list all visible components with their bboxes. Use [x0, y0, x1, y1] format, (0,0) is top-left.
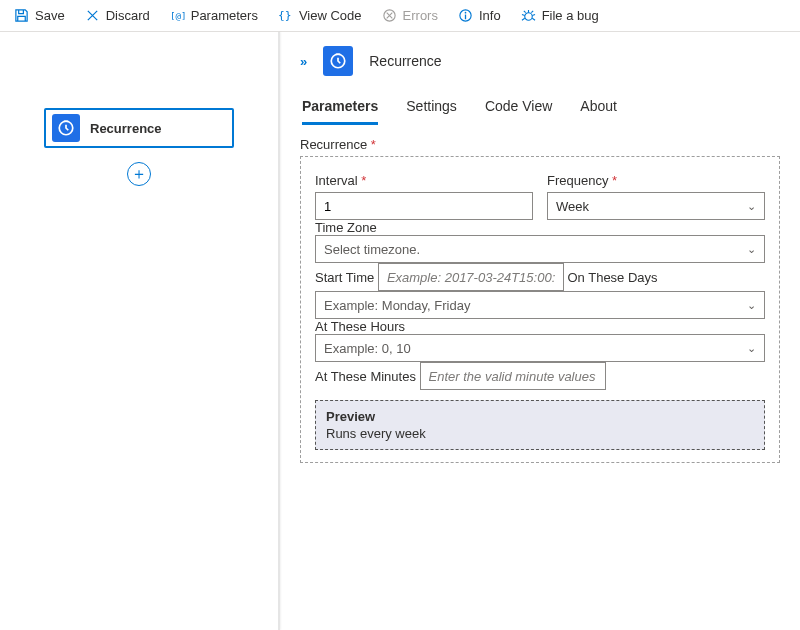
starttime-label: Start Time — [315, 270, 374, 285]
canvas-pane: Recurrence ＋ — [0, 32, 278, 630]
braces-icon: {} — [278, 8, 293, 23]
main-area: Recurrence ＋ » Recurrence Parameters Set… — [0, 32, 800, 630]
errors-label: Errors — [403, 8, 438, 23]
days-value: Example: Monday, Friday — [324, 298, 470, 313]
tab-settings[interactable]: Settings — [406, 90, 457, 125]
frequency-label: Frequency — [547, 173, 765, 188]
chevron-down-icon: ⌄ — [747, 200, 756, 213]
recurrence-node-icon — [52, 114, 80, 142]
frequency-value: Week — [556, 199, 589, 214]
chevron-down-icon: ⌄ — [747, 243, 756, 256]
chevron-down-icon: ⌄ — [747, 342, 756, 355]
svg-text:[@]: [@] — [170, 10, 185, 21]
viewcode-label: View Code — [299, 8, 362, 23]
days-label: On These Days — [568, 270, 658, 285]
save-icon — [14, 8, 29, 23]
timezone-label: Time Zone — [315, 220, 377, 235]
parameters-icon: [@] — [170, 8, 185, 23]
hours-label: At These Hours — [315, 319, 405, 334]
recurrence-section-label: Recurrence — [300, 137, 780, 152]
collapse-panel-button[interactable]: » — [300, 54, 307, 69]
tab-parameters[interactable]: Parameters — [302, 90, 378, 125]
timezone-select[interactable]: Select timezone. ⌄ — [315, 235, 765, 263]
svg-text:{}: {} — [278, 9, 292, 22]
discard-button[interactable]: Discard — [77, 5, 158, 26]
panel-title: Recurrence — [369, 53, 441, 69]
panel-icon — [323, 46, 353, 76]
bug-icon — [521, 8, 536, 23]
details-pane: » Recurrence Parameters Settings Code Vi… — [280, 32, 800, 630]
parameters-button[interactable]: [@] Parameters — [162, 5, 266, 26]
error-icon — [382, 8, 397, 23]
clock-icon — [57, 119, 75, 137]
clock-icon — [329, 52, 347, 70]
starttime-input[interactable] — [378, 263, 564, 291]
info-button[interactable]: Info — [450, 5, 509, 26]
info-label: Info — [479, 8, 501, 23]
fileabug-label: File a bug — [542, 8, 599, 23]
preview-title: Preview — [326, 409, 754, 424]
save-button[interactable]: Save — [6, 5, 73, 26]
timezone-value: Select timezone. — [324, 242, 420, 257]
panel-header: » Recurrence — [300, 42, 780, 84]
interval-label: Interval — [315, 173, 533, 188]
info-icon — [458, 8, 473, 23]
preview-box: Preview Runs every week — [315, 400, 765, 450]
hours-value: Example: 0, 10 — [324, 341, 411, 356]
fileabug-button[interactable]: File a bug — [513, 5, 607, 26]
parameters-label: Parameters — [191, 8, 258, 23]
recurrence-node-label: Recurrence — [90, 121, 162, 136]
chevron-down-icon: ⌄ — [747, 299, 756, 312]
recurrence-node[interactable]: Recurrence — [44, 108, 234, 148]
recurrence-fieldset: Interval Frequency Week ⌄ Time Zone Sele… — [300, 156, 780, 463]
tab-about[interactable]: About — [580, 90, 617, 125]
frequency-select[interactable]: Week ⌄ — [547, 192, 765, 220]
svg-point-4 — [465, 12, 467, 14]
interval-input[interactable] — [315, 192, 533, 220]
errors-button: Errors — [374, 5, 446, 26]
save-label: Save — [35, 8, 65, 23]
days-select[interactable]: Example: Monday, Friday ⌄ — [315, 291, 765, 319]
plus-icon: ＋ — [131, 164, 147, 185]
preview-text: Runs every week — [326, 426, 754, 441]
discard-label: Discard — [106, 8, 150, 23]
tab-codeview[interactable]: Code View — [485, 90, 552, 125]
svg-point-5 — [524, 13, 532, 21]
command-bar: Save Discard [@] Parameters {} View Code… — [0, 0, 800, 32]
panel-tabs: Parameters Settings Code View About — [300, 90, 780, 125]
minutes-label: At These Minutes — [315, 369, 416, 384]
add-step-button[interactable]: ＋ — [127, 162, 151, 186]
hours-select[interactable]: Example: 0, 10 ⌄ — [315, 334, 765, 362]
close-icon — [85, 8, 100, 23]
viewcode-button[interactable]: {} View Code — [270, 5, 370, 26]
minutes-input[interactable] — [420, 362, 606, 390]
